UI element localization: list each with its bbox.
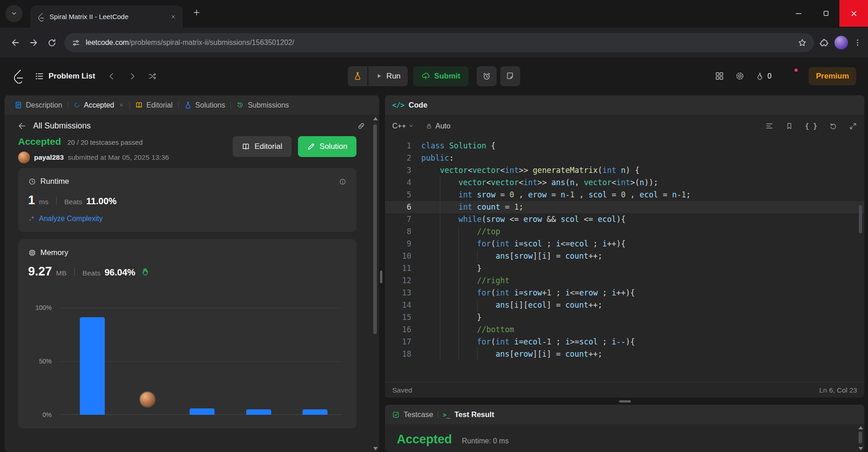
tab-close-icon[interactable] (168, 12, 178, 22)
problem-list-button[interactable]: Problem List (35, 72, 95, 81)
editorial-button[interactable]: Editorial (233, 136, 291, 157)
code-line-13[interactable]: 13 for(int i=srow+1 ; i<=erow ; i++){ (385, 287, 864, 299)
panel-resize-handle[interactable] (380, 270, 382, 283)
premium-button[interactable]: Premium (809, 67, 856, 85)
left-panel-scrollbar[interactable] (372, 117, 378, 450)
browser-menu-icon[interactable] (853, 39, 862, 47)
code-line-5[interactable]: 5 int srow = 0 , erow = n-1 , scol = 0 ,… (385, 189, 864, 201)
user-avatar[interactable] (782, 69, 798, 84)
code-line-17[interactable]: 17 for(int i=ecol-1 ; i>=scol ; i--){ (385, 336, 864, 348)
code-line-11[interactable]: 11 } (385, 262, 864, 275)
chart-bar-1[interactable] (80, 317, 105, 415)
close-button[interactable] (839, 0, 868, 27)
forward-button[interactable] (24, 34, 43, 52)
console-resize-handle[interactable] (619, 400, 631, 403)
test-result-body: Accepted Runtime: 0 ms (385, 424, 864, 452)
submitter-avatar[interactable] (18, 152, 30, 163)
address-bar[interactable]: leetcode.com/problems/spiral-matrix-ii/s… (64, 33, 814, 52)
info-icon[interactable] (339, 178, 346, 186)
code-line-8[interactable]: 8 //top (385, 226, 864, 238)
close-result-tab-icon[interactable] (119, 103, 124, 108)
browser-toolbar: leetcode.com/problems/spiral-matrix-ii/s… (0, 28, 868, 58)
settings-button[interactable] (735, 71, 745, 81)
submit-button[interactable]: Submit (413, 66, 468, 86)
console-resize-zone[interactable] (385, 398, 864, 405)
code-line-9[interactable]: 9 for(int i=scol ; i<=ecol ; i++){ (385, 238, 864, 250)
tab-testcase[interactable]: Testcase (392, 410, 433, 419)
code-line-7[interactable]: 7 while(srow <= erow && scol <= ecol){ (385, 213, 864, 226)
editor-scrollbar-thumb[interactable] (859, 205, 862, 233)
tab-solutions[interactable]: Solutions (180, 95, 230, 115)
code-tab-label[interactable]: Code (409, 101, 427, 109)
scroll-down-icon[interactable] (858, 447, 863, 450)
tab-editorial[interactable]: Editorial (131, 95, 177, 115)
back-to-submissions-button[interactable] (17, 121, 27, 131)
tab-search-button[interactable] (5, 5, 23, 22)
fullscreen-icon[interactable] (849, 122, 857, 130)
code-line-4[interactable]: 4 vector<vector<int>> ans(n, vector<int>… (385, 177, 864, 189)
scroll-up-icon[interactable] (858, 426, 863, 429)
chart-bar-3[interactable] (246, 409, 271, 415)
run-button[interactable]: Run (368, 66, 408, 86)
submitter-name[interactable]: payal283 (34, 153, 64, 162)
reset-code-icon[interactable] (829, 122, 837, 130)
prev-problem-button[interactable] (107, 72, 116, 81)
scroll-up-icon[interactable] (373, 117, 378, 120)
chart-user-marker[interactable] (139, 391, 156, 408)
code-editor[interactable]: 1class Solution {2public:3 vector<vector… (385, 137, 864, 382)
bookmark-star-icon[interactable] (798, 38, 807, 47)
code-line-6[interactable]: 6 int count = 1; (385, 201, 864, 213)
new-tab-button[interactable] (193, 9, 200, 16)
random-problem-button[interactable] (148, 72, 157, 81)
streak-counter[interactable]: 0 (756, 72, 771, 80)
all-submissions-label[interactable]: All Submissions (33, 121, 91, 131)
extensions-icon[interactable] (819, 38, 829, 48)
site-settings-icon[interactable] (72, 39, 80, 47)
bookmark-icon[interactable] (785, 122, 793, 130)
reload-button[interactable] (43, 34, 61, 52)
cursor-position[interactable]: Ln 6, Col 23 (819, 386, 857, 394)
editor-scrollbar[interactable] (859, 180, 862, 364)
console-scrollbar[interactable] (858, 426, 863, 450)
tab-submissions[interactable]: Submissions (232, 95, 293, 115)
tab-test-result[interactable]: >_ Test Result (443, 410, 494, 419)
list-icon (35, 72, 44, 81)
tab-accepted[interactable]: Accepted (69, 95, 128, 115)
code-line-15[interactable]: 15 } (385, 311, 864, 324)
browser-tab[interactable]: Spiral Matrix II - LeetCode (30, 5, 183, 28)
code-line-3[interactable]: 3 vector<vector<int>> generateMatrix(int… (385, 164, 864, 177)
analyze-complexity-button[interactable]: Analyze Complexity (28, 215, 346, 223)
minimize-button[interactable] (785, 0, 812, 27)
next-problem-button[interactable] (128, 72, 137, 81)
leetcode-logo[interactable] (12, 69, 24, 84)
url-text[interactable]: leetcode.com/problems/spiral-matrix-ii/s… (86, 39, 792, 47)
back-button[interactable] (6, 34, 24, 52)
copy-link-button[interactable] (357, 122, 366, 130)
console-scrollbar-thumb[interactable] (858, 432, 862, 443)
debugger-button[interactable] (348, 66, 368, 86)
code-line-14[interactable]: 14 ans[i][ecol] = count++; (385, 299, 864, 311)
notes-button[interactable] (500, 66, 520, 86)
maximize-button[interactable] (812, 0, 839, 27)
shortcuts-icon[interactable]: { } (805, 122, 817, 130)
chart-bar-2[interactable] (190, 408, 215, 415)
solution-button[interactable]: Solution (298, 136, 356, 157)
scroll-down-icon[interactable] (373, 447, 378, 450)
gear-icon (735, 71, 745, 81)
language-select[interactable]: C++ (392, 122, 414, 130)
scrollbar-thumb[interactable] (373, 124, 377, 334)
code-line-2[interactable]: 2public: (385, 152, 864, 164)
code-line-18[interactable]: 18 ans[erow][i] = count++; (385, 348, 864, 360)
code-line-12[interactable]: 12 //right (385, 275, 864, 287)
code-line-10[interactable]: 10 ans[srow][i] = count++; (385, 250, 864, 262)
code-line-16[interactable]: 16 //bottom (385, 324, 864, 336)
chart-bar-4[interactable] (302, 409, 327, 415)
format-code-icon[interactable] (765, 122, 774, 130)
auto-mode-toggle[interactable]: Auto (426, 122, 450, 130)
browser-profile-avatar[interactable] (834, 36, 848, 49)
timer-button[interactable] (477, 66, 497, 86)
layout-button[interactable] (715, 71, 724, 81)
editorial-icon (135, 101, 143, 109)
code-line-1[interactable]: 1class Solution { (385, 140, 864, 152)
tab-description[interactable]: Description (10, 95, 67, 115)
